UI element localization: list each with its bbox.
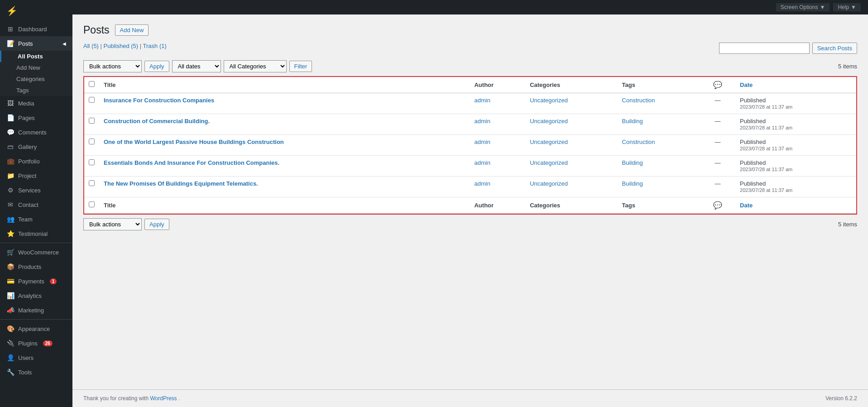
apply-button-bottom[interactable]: Apply	[144, 219, 169, 230]
tags-header-label: Tags	[622, 81, 635, 88]
select-all-checkbox[interactable]	[89, 81, 95, 87]
row-title-cell: Insurance For Construction Companies	[99, 93, 470, 114]
plugins-badge: 26	[43, 340, 53, 346]
filter-all-link[interactable]: All (5)	[83, 43, 99, 49]
comments-value: —	[715, 159, 720, 166]
apply-button-top[interactable]: Apply	[144, 61, 169, 72]
comments-value: —	[715, 118, 720, 124]
sidebar-item-users[interactable]: 👤 Users	[0, 350, 72, 365]
sidebar-subitem-tags[interactable]: Tags	[0, 85, 72, 96]
tag-link[interactable]: Building	[622, 180, 643, 187]
tag-link[interactable]: Construction	[622, 97, 655, 104]
footer-date-header[interactable]: Date	[735, 197, 856, 213]
tag-link[interactable]: Construction	[622, 139, 655, 145]
all-categories-select[interactable]: All Categories	[224, 60, 287, 72]
row-comments-cell: —	[700, 155, 735, 176]
row-checkbox[interactable]	[89, 97, 95, 103]
row-checkbox[interactable]	[89, 118, 95, 124]
sidebar-item-marketing[interactable]: 📣 Marketing	[0, 303, 72, 317]
add-new-button[interactable]: Add New	[115, 24, 149, 36]
post-title-link[interactable]: Construction of Commercial Building.	[104, 118, 210, 124]
sidebar-item-plugins[interactable]: 🔌 Plugins 26	[0, 336, 72, 350]
bulk-actions-select-bottom[interactable]: Bulk actions	[83, 218, 142, 230]
search-bar: Search Posts	[719, 43, 857, 54]
sidebar-item-services[interactable]: ⚙ Services	[0, 183, 72, 197]
sidebar-subitem-all-posts[interactable]: All Posts	[0, 51, 72, 62]
author-link[interactable]: admin	[474, 180, 490, 187]
row-checkbox[interactable]	[89, 159, 95, 165]
sidebar-item-analytics[interactable]: 📊 Analytics	[0, 288, 72, 303]
bulk-actions-select-top[interactable]: Bulk actions	[83, 60, 142, 72]
row-checkbox[interactable]	[89, 180, 95, 186]
row-categories-cell: Uncategorized	[525, 176, 617, 197]
category-link[interactable]: Uncategorized	[530, 97, 568, 104]
post-title-link[interactable]: One of the World Largest Passive House B…	[104, 139, 284, 145]
wp-logo-icon: ⚡	[6, 5, 18, 16]
author-link[interactable]: admin	[474, 118, 490, 124]
help-button[interactable]: Help ▼	[833, 3, 861, 11]
sidebar-item-dashboard[interactable]: ⊞ Dashboard	[0, 22, 72, 36]
sidebar-item-products[interactable]: 📦 Products	[0, 259, 72, 274]
sidebar-item-testimonial[interactable]: ⭐ Testimonial	[0, 226, 72, 241]
row-checkbox-cell	[84, 134, 99, 155]
filter-published-link[interactable]: Published (5)	[104, 43, 139, 49]
comments-value: —	[715, 180, 720, 187]
sidebar-item-tools[interactable]: 🔧 Tools	[0, 365, 72, 379]
sidebar-subitem-categories[interactable]: Categories	[0, 73, 72, 85]
sidebar-item-label: WooCommerce	[18, 249, 59, 256]
wordpress-link[interactable]: WordPress	[150, 395, 178, 402]
sidebar-subitem-add-new[interactable]: Add New	[0, 62, 72, 73]
category-link[interactable]: Uncategorized	[530, 118, 568, 124]
sidebar-item-gallery[interactable]: 🗃 Gallery	[0, 139, 72, 154]
sidebar-item-contact[interactable]: ✉ Contact	[0, 197, 72, 212]
search-posts-button[interactable]: Search Posts	[812, 43, 857, 54]
author-link[interactable]: admin	[474, 159, 490, 166]
row-author-cell: admin	[470, 93, 525, 114]
tag-link[interactable]: Building	[622, 159, 643, 166]
category-link[interactable]: Uncategorized	[530, 159, 568, 166]
payments-badge: 1	[50, 278, 57, 284]
table-row: Insurance For Construction Companies adm…	[84, 93, 856, 114]
filter-trash-link[interactable]: Trash (1)	[143, 43, 167, 49]
sidebar: ⚡ ⊞ Dashboard 📝 Posts ◀ All Posts Add Ne…	[0, 0, 72, 407]
sidebar-item-pages[interactable]: 📄 Pages	[0, 110, 72, 125]
sidebar-item-payments[interactable]: 💳 Payments 1	[0, 274, 72, 288]
sidebar-item-team[interactable]: 👥 Team	[0, 212, 72, 226]
category-link[interactable]: Uncategorized	[530, 180, 568, 187]
items-count-top: 5 items	[838, 63, 857, 70]
all-dates-select[interactable]: All dates	[172, 60, 221, 72]
row-categories-cell: Uncategorized	[525, 114, 617, 134]
filter-button[interactable]: Filter	[289, 61, 312, 72]
sidebar-item-posts[interactable]: 📝 Posts ◀	[0, 36, 72, 51]
author-link[interactable]: admin	[474, 139, 490, 145]
sidebar-item-project[interactable]: 📁 Project	[0, 168, 72, 183]
services-icon: ⚙	[6, 187, 14, 194]
help-label: Help	[838, 4, 849, 10]
screen-options-button[interactable]: Screen Options ▼	[776, 3, 830, 11]
content-area: Posts Add New All (5) | Published (5) | …	[72, 14, 868, 389]
sidebar-item-media[interactable]: 🖼 Media	[0, 96, 72, 110]
sidebar-item-appearance[interactable]: 🎨 Appearance	[0, 321, 72, 336]
sidebar-item-woocommerce[interactable]: 🛒 WooCommerce	[0, 245, 72, 259]
sidebar-item-comments[interactable]: 💬 Comments	[0, 125, 72, 139]
footer-select-all-checkbox[interactable]	[89, 201, 95, 207]
date-header[interactable]: Date	[735, 77, 856, 93]
table-row: The New Promises Of Buildings Equipment …	[84, 176, 856, 197]
posts-arrow-icon: ◀	[62, 41, 66, 46]
post-title-link[interactable]: Insurance For Construction Companies	[104, 97, 214, 104]
author-link[interactable]: admin	[474, 97, 490, 104]
search-input[interactable]	[719, 43, 810, 54]
sidebar-item-label: Users	[18, 354, 34, 361]
post-title-link[interactable]: Essentials Bonds And Insurance For Const…	[104, 159, 279, 166]
table-header-row: Title Author Categories Tags 💬	[84, 77, 856, 93]
category-link[interactable]: Uncategorized	[530, 139, 568, 145]
row-comments-cell: —	[700, 176, 735, 197]
footer-comments-icon: 💬	[713, 201, 722, 209]
dashboard-icon: ⊞	[6, 25, 14, 33]
row-checkbox[interactable]	[89, 139, 95, 144]
tag-link[interactable]: Building	[622, 118, 643, 124]
row-title-cell: Essentials Bonds And Insurance For Const…	[99, 155, 470, 176]
post-title-link[interactable]: The New Promises Of Buildings Equipment …	[104, 180, 258, 187]
sidebar-item-portfolio[interactable]: 💼 Portfolio	[0, 154, 72, 168]
row-categories-cell: Uncategorized	[525, 93, 617, 114]
